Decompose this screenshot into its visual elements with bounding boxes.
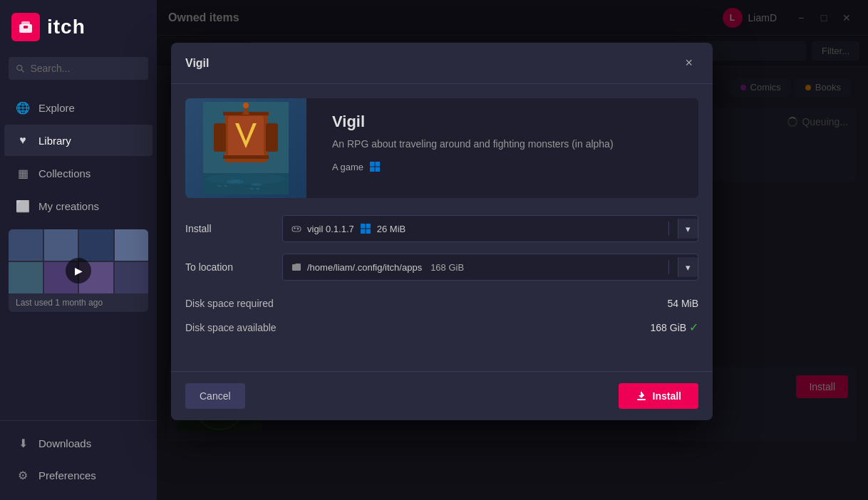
location-path: /home/liam/.config/itch/apps [307, 262, 422, 273]
sidebar-game-thumb[interactable]: ▶ Last used 1 month ago [9, 229, 148, 312]
install-action-label: Install [653, 390, 681, 402]
install-version: vigil 0.1.1.7 [307, 224, 354, 234]
svg-rect-18 [223, 155, 269, 159]
game-hero-info: Vigil An RPG about traveling around and … [321, 98, 698, 198]
sidebar-item-label-collections: Collections [38, 167, 91, 179]
sidebar: itch 🌐 Explore ♥ Library ▦ Collections ⬜… [0, 0, 157, 500]
library-icon: ♥ [16, 133, 30, 147]
app-logo: itch [0, 0, 157, 54]
install-select-arrow[interactable]: ▾ [678, 219, 698, 239]
disk-required-label: Disk space required [185, 298, 274, 309]
svg-rect-30 [376, 167, 381, 172]
svg-rect-37 [361, 229, 366, 234]
search-icon [16, 63, 24, 73]
disk-required-row: Disk space required 54 MiB [185, 292, 698, 315]
platform-windows-icon [369, 161, 381, 172]
disk-available-row: Disk space available 168 GiB ✓ [185, 315, 698, 340]
sidebar-item-explore[interactable]: 🌐 Explore [4, 92, 153, 123]
controller-icon [291, 224, 301, 234]
location-free-space: 168 GiB [430, 262, 464, 273]
last-used-text: Last used 1 month ago [9, 293, 148, 312]
location-select[interactable]: /home/liam/.config/itch/apps 168 GiB ▾ [282, 254, 698, 281]
sidebar-item-preferences[interactable]: ⚙ Preferences [4, 459, 153, 491]
location-content: /home/liam/.config/itch/apps 168 GiB [291, 262, 464, 273]
collections-icon: ▦ [16, 166, 30, 180]
modal-body: ~ ~ ~ ~ Vigil An RPG about traveling aro… [171, 84, 713, 368]
main-content: Owned items L LiamD − □ ✕ ← → ↻ itch://l… [157, 0, 868, 500]
sidebar-item-label-explore: Explore [38, 102, 75, 114]
sidebar-item-label-library: Library [38, 135, 71, 147]
sidebar-bottom: ⬇ Downloads ⚙ Preferences [0, 420, 157, 500]
search-input[interactable] [30, 63, 141, 74]
svg-rect-20 [266, 123, 278, 152]
modal-title: Vigil [185, 57, 210, 70]
sidebar-item-my-creations[interactable]: ⬜ My creations [4, 190, 153, 222]
vigil-pixel-art: ~ ~ ~ ~ [203, 102, 289, 194]
modal-header: Vigil × [171, 43, 713, 84]
svg-rect-34 [294, 227, 295, 229]
downloads-icon: ⬇ [16, 436, 30, 450]
install-select[interactable]: vigil 0.1.1.7 26 MiB ▾ [282, 215, 698, 242]
install-platform-icon [360, 223, 371, 234]
svg-point-23 [227, 179, 244, 184]
explore-icon: 🌐 [16, 100, 30, 115]
install-label: Install [185, 223, 271, 234]
disk-required-value: 54 MiB [667, 298, 698, 309]
disk-available-label: Disk space available [185, 322, 277, 333]
svg-rect-38 [366, 229, 371, 234]
svg-rect-28 [376, 162, 381, 167]
svg-rect-27 [370, 162, 375, 167]
modal-footer: Cancel Install [171, 371, 713, 420]
location-select-arrow[interactable]: ▾ [678, 257, 698, 277]
game-hero-title: Vigil [332, 113, 687, 131]
install-size: 26 MiB [377, 224, 405, 234]
location-label: To location [185, 261, 271, 273]
game-hero: ~ ~ ~ ~ Vigil An RPG about traveling aro… [185, 98, 698, 198]
svg-rect-39 [637, 399, 646, 400]
svg-point-32 [297, 228, 299, 230]
sidebar-nav: 🌐 Explore ♥ Library ▦ Collections ⬜ My c… [0, 88, 157, 420]
logo-icon [11, 13, 40, 41]
svg-rect-29 [370, 167, 375, 172]
svg-rect-19 [214, 123, 226, 152]
install-icon [636, 390, 647, 402]
disk-section: Disk space required 54 MiB Disk space av… [185, 292, 698, 340]
svg-point-22 [243, 103, 249, 108]
sidebar-item-library[interactable]: ♥ Library [4, 125, 153, 156]
svg-rect-15 [228, 116, 264, 159]
folder-icon [291, 262, 301, 272]
svg-text:~ ~: ~ ~ [249, 185, 260, 193]
sidebar-item-label-preferences: Preferences [38, 469, 96, 481]
app-name: itch [47, 16, 86, 38]
play-icon: ▶ [66, 258, 91, 283]
select-content: vigil 0.1.1.7 26 MiB [291, 223, 405, 234]
my-creations-icon: ⬜ [16, 199, 30, 213]
game-type-label: A game [332, 162, 363, 172]
game-hero-desc: An RPG about traveling around and fighti… [332, 138, 687, 150]
sidebar-item-downloads[interactable]: ⬇ Downloads [4, 427, 153, 459]
svg-marker-42 [639, 395, 644, 398]
svg-rect-36 [366, 224, 371, 229]
svg-rect-1 [21, 21, 30, 26]
cancel-button[interactable]: Cancel [185, 383, 245, 409]
sidebar-item-label-downloads: Downloads [38, 437, 91, 449]
search-box[interactable] [9, 57, 148, 80]
install-form-row: Install vigil 0.1.1.7 [185, 215, 698, 242]
disk-available-value: 168 GiB ✓ [651, 321, 698, 334]
svg-rect-2 [24, 26, 28, 28]
vigil-install-modal: Vigil × [171, 43, 713, 420]
svg-line-4 [21, 70, 24, 73]
preferences-icon: ⚙ [16, 468, 30, 482]
install-action-button[interactable]: Install [619, 383, 698, 409]
svg-point-3 [17, 66, 22, 71]
game-type: A game [332, 161, 687, 172]
sidebar-item-collections[interactable]: ▦ Collections [4, 157, 153, 189]
location-form-row: To location /home/liam/.config/itch/apps… [185, 254, 698, 281]
modal-close-button[interactable]: × [679, 54, 698, 72]
game-hero-image: ~ ~ ~ ~ [185, 98, 306, 198]
svg-rect-35 [361, 224, 366, 229]
sidebar-item-label-my-creations: My creations [38, 200, 99, 212]
svg-rect-31 [292, 226, 301, 231]
check-icon: ✓ [689, 321, 698, 333]
svg-text:~ ~: ~ ~ [217, 182, 228, 190]
